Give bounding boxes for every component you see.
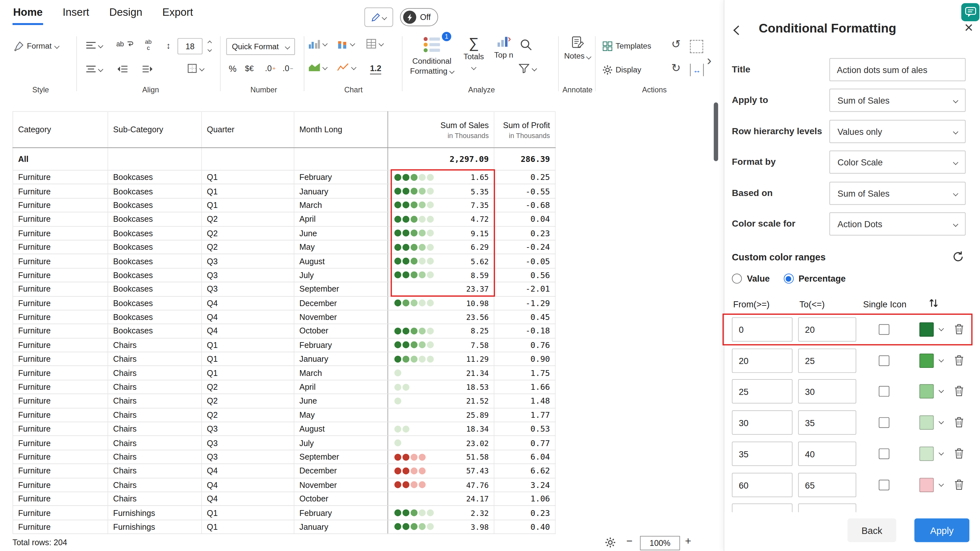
search-button[interactable] bbox=[520, 39, 532, 51]
number-precision-button[interactable]: 1.2 bbox=[370, 64, 381, 75]
stepper-down-icon[interactable] bbox=[207, 47, 212, 52]
table-row[interactable]: FurnitureChairsQ3September51.586.04 bbox=[13, 450, 555, 464]
wrap-text-button[interactable]: ab bbox=[116, 40, 134, 47]
swatch-chevron-icon[interactable] bbox=[939, 419, 943, 424]
zoom-out-button[interactable]: − bbox=[627, 535, 633, 548]
based-on-select[interactable]: Sum of Sales bbox=[829, 182, 966, 205]
tab-design[interactable]: Design bbox=[108, 5, 143, 25]
radio-option-percentage[interactable]: Percentage bbox=[784, 273, 846, 284]
range-to-input[interactable] bbox=[798, 349, 856, 373]
table-row[interactable]: FurnitureChairsQ3August18.340.53 bbox=[13, 422, 555, 436]
notes-button[interactable]: Notes bbox=[562, 37, 594, 62]
range-to-input[interactable] bbox=[798, 473, 856, 497]
total-row[interactable]: All 2,297.09 286.39 bbox=[13, 148, 555, 170]
col-header-quarter[interactable]: Quarter bbox=[202, 111, 294, 148]
decrease-decimal-button[interactable]: .0− bbox=[282, 64, 293, 73]
swatch-chevron-icon[interactable] bbox=[939, 481, 943, 487]
table-row[interactable]: FurnitureChairsQ2June21.521.48 bbox=[13, 394, 555, 408]
trash-icon[interactable] bbox=[954, 416, 964, 428]
title-input[interactable] bbox=[829, 58, 966, 81]
format-by-select[interactable]: Color Scale bbox=[829, 151, 966, 174]
top-n-button[interactable]: Top n bbox=[490, 37, 517, 60]
table-row[interactable]: FurnitureChairsQ1March21.341.75 bbox=[13, 366, 555, 380]
radio-circle[interactable] bbox=[784, 273, 794, 284]
table-row[interactable]: FurnitureChairsQ4November47.763.24 bbox=[13, 478, 555, 492]
row-hierarchy-select[interactable]: Values only bbox=[829, 120, 966, 143]
color-swatch[interactable] bbox=[920, 384, 934, 399]
range-from-input[interactable] bbox=[732, 379, 792, 403]
currency-button[interactable]: $€ bbox=[245, 64, 254, 73]
table-row[interactable]: FurnitureBookcasesQ2May6.29-0.24 bbox=[13, 240, 555, 254]
apply-to-select[interactable]: Sum of Sales bbox=[829, 89, 966, 112]
panel-close-button[interactable]: × bbox=[964, 20, 973, 35]
panel-back-button[interactable] bbox=[733, 25, 740, 36]
col-header-profit[interactable]: Sum of Profit in Thousands bbox=[494, 111, 555, 148]
interaction-toggle[interactable]: Off bbox=[400, 8, 438, 26]
range-from-input[interactable] bbox=[732, 410, 792, 435]
stepper-up-icon[interactable] bbox=[207, 41, 212, 45]
radio-circle[interactable] bbox=[732, 273, 742, 284]
single-icon-checkbox[interactable] bbox=[879, 448, 889, 459]
stacked-chart-button[interactable] bbox=[337, 39, 354, 49]
zoom-in-button[interactable]: + bbox=[685, 535, 691, 548]
col-header-sales[interactable]: Sum of Sales in Thousands bbox=[388, 111, 494, 148]
row-height-button[interactable]: ↕ bbox=[166, 41, 171, 51]
table-row[interactable]: FurnitureBookcasesQ2April4.720.04 bbox=[13, 212, 555, 226]
col-header-month[interactable]: Month Long bbox=[294, 111, 388, 148]
fit-width-button[interactable]: ↔ bbox=[690, 64, 704, 76]
color-swatch[interactable] bbox=[920, 447, 934, 461]
range-to-input[interactable] bbox=[798, 318, 856, 342]
table-chart-button[interactable] bbox=[366, 39, 383, 49]
borders-button[interactable] bbox=[188, 64, 204, 73]
table-row[interactable]: FurnitureBookcasesQ3September23.37-2.01 bbox=[13, 282, 555, 296]
tab-home[interactable]: Home bbox=[13, 5, 43, 25]
edit-mode-button[interactable] bbox=[364, 7, 393, 27]
table-row[interactable]: FurnitureChairsQ4October24.171.06 bbox=[13, 492, 555, 506]
range-from-input[interactable] bbox=[732, 441, 792, 466]
trash-icon[interactable] bbox=[954, 448, 964, 459]
color-swatch[interactable] bbox=[920, 416, 934, 430]
table-row[interactable]: FurnitureChairsQ1February7.580.76 bbox=[13, 338, 555, 352]
single-icon-checkbox[interactable] bbox=[879, 417, 889, 428]
swatch-chevron-icon[interactable] bbox=[939, 326, 943, 331]
table-row[interactable]: FurnitureChairsQ4December57.436.62 bbox=[13, 464, 555, 478]
quick-format-dropdown[interactable]: Quick Format bbox=[226, 38, 295, 55]
trash-icon[interactable] bbox=[954, 355, 964, 366]
refresh-icon[interactable] bbox=[952, 250, 964, 263]
range-from-input[interactable] bbox=[732, 473, 792, 497]
font-size-input[interactable]: 18 bbox=[177, 38, 202, 54]
table-row[interactable]: FurnitureBookcasesQ2June9.150.23 bbox=[13, 226, 555, 240]
color-swatch[interactable] bbox=[920, 322, 934, 337]
table-row[interactable]: FurnitureBookcasesQ1January5.35-0.55 bbox=[13, 184, 555, 198]
trash-icon[interactable] bbox=[954, 385, 964, 397]
table-row[interactable]: FurnitureBookcasesQ1March7.35-0.68 bbox=[13, 198, 555, 212]
color-swatch[interactable] bbox=[920, 353, 934, 368]
table-row[interactable]: FurnitureChairsQ2May25.891.77 bbox=[13, 408, 555, 422]
sort-icon[interactable] bbox=[928, 297, 939, 309]
range-to-input[interactable] bbox=[798, 379, 856, 403]
templates-button[interactable]: Templates bbox=[603, 41, 651, 51]
swatch-chevron-icon[interactable] bbox=[939, 357, 943, 362]
ribbon-overflow-chevron[interactable]: › bbox=[707, 54, 711, 68]
font-size-stepper[interactable] bbox=[205, 38, 213, 54]
comments-icon-button[interactable] bbox=[961, 3, 979, 21]
single-icon-checkbox[interactable] bbox=[879, 480, 889, 490]
single-icon-checkbox[interactable] bbox=[879, 355, 889, 366]
radio-option-value[interactable]: Value bbox=[732, 273, 770, 284]
trash-icon[interactable] bbox=[954, 324, 964, 335]
back-button[interactable]: Back bbox=[848, 519, 896, 542]
table-row[interactable]: FurnitureChairsQ2April18.531.66 bbox=[13, 380, 555, 394]
table-row[interactable]: FurnitureChairsQ1January11.290.90 bbox=[13, 352, 555, 366]
table-row[interactable]: FurnitureBookcasesQ3July8.590.56 bbox=[13, 268, 555, 282]
table-row[interactable]: FurnitureChairsQ3July23.020.77 bbox=[13, 436, 555, 449]
single-icon-checkbox[interactable] bbox=[879, 386, 889, 397]
undo-button[interactable]: ↺ bbox=[671, 37, 681, 51]
table-row[interactable]: FurnitureFurnishingsQ1February2.320.23 bbox=[13, 506, 555, 520]
area-chart-button[interactable] bbox=[309, 62, 327, 72]
column-chart-button[interactable] bbox=[309, 39, 327, 49]
table-row[interactable]: FurnitureBookcasesQ4October8.25-0.18 bbox=[13, 324, 555, 338]
display-button[interactable]: Display bbox=[603, 65, 641, 75]
color-swatch[interactable] bbox=[920, 478, 934, 492]
table-row[interactable]: FurnitureBookcasesQ3August5.62-0.05 bbox=[13, 254, 555, 268]
table-scrollbar-thumb[interactable] bbox=[714, 102, 718, 161]
